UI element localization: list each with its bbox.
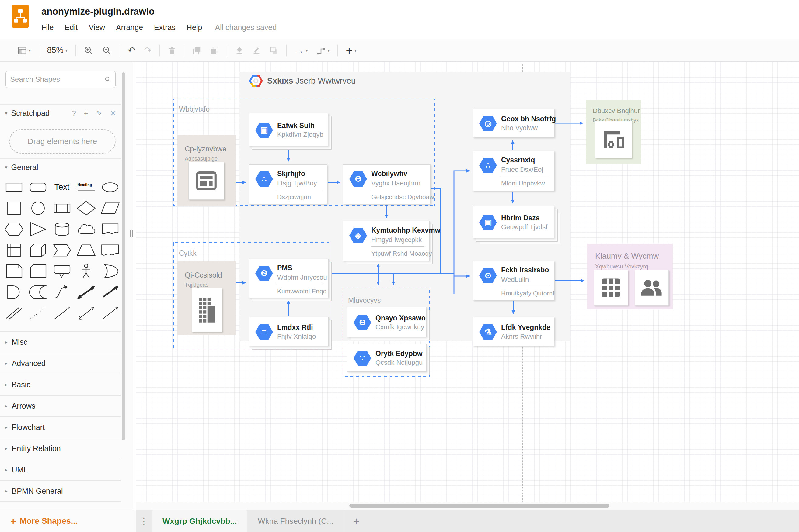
shape-rectangle[interactable] (2, 177, 26, 197)
node-wcbilywfiv[interactable]: Ѳ Wcbilywfiv Vyghx Haeojhrm Gelsjccndsc … (343, 165, 431, 204)
section-advanced[interactable]: ▸Advanced (0, 353, 121, 374)
line-color-button[interactable] (252, 46, 261, 55)
section-flowchart[interactable]: ▸Flowchart (0, 417, 121, 438)
tab-inactive-page[interactable]: Wkna Fhseclynh (C... (247, 510, 344, 532)
tab-active-page[interactable]: Wxgrp Ghjkdcvbb... (152, 510, 247, 532)
section-entity-relation[interactable]: ▸Entity Relation (0, 438, 121, 459)
shape-hexagon[interactable] (2, 218, 26, 240)
shape-step[interactable] (50, 240, 74, 261)
shape-cloud[interactable] (74, 218, 98, 240)
zoom-level-dropdown[interactable]: 85% ▾ (47, 45, 68, 55)
section-basic[interactable]: ▸Basic (0, 374, 121, 395)
shape-internal-storage[interactable] (2, 240, 26, 261)
section-arrows[interactable]: ▸Arrows (0, 395, 121, 417)
section-uml[interactable]: ▸UML (0, 459, 121, 480)
shadow-button[interactable] (269, 46, 278, 55)
zone-cp-lyznvbwe[interactable]: Cp-lyznvbwe Adpsasujblge (177, 135, 236, 206)
shape-ellipse[interactable] (98, 177, 122, 197)
scratchpad-dropzone[interactable]: Drag elements here (9, 129, 115, 153)
shape-curve[interactable] (50, 282, 74, 303)
node-gcox[interactable]: ◎ Gcox bh Nsofrfg Nho Vyoiww (473, 109, 555, 137)
node-qnayo[interactable]: Ѳ Qnayo Xpsawo Cxmfk Igcwnkuy (347, 307, 426, 337)
to-back-button[interactable] (210, 46, 219, 55)
general-section-header[interactable]: ▾ General (0, 158, 121, 176)
node-kymtuohhp[interactable]: ◈ Kymtuohhp Kexvmw Hmgyd Iwgccpkk Ytpuwf… (343, 221, 430, 261)
node-lmdxx[interactable]: = Lmdxx Rtli Fhjtv Xnlalqo (249, 317, 329, 346)
shape-square[interactable] (2, 197, 26, 218)
node-cyssrnxiq[interactable]: ∴ Cyssrnxiq Fruec Dsx/Eoj Mtdni Unpbvkw (473, 151, 555, 191)
add-icon[interactable]: + (84, 109, 88, 118)
add-page-button[interactable]: + (344, 510, 368, 532)
shape-text[interactable]: Text (50, 177, 74, 197)
redo-button[interactable]: ↷ (144, 46, 151, 55)
zone-klaumv-wycmw[interactable]: Klaumv & Wycmw Xqwhuwsu Vovkzyrq (587, 244, 673, 309)
search-input[interactable] (10, 75, 104, 83)
node-orytk[interactable]: ∵ Orytk Edypbw Qcsdk Nctjupgu (347, 344, 426, 372)
edit-icon[interactable]: ✎ (96, 109, 102, 118)
menu-arrange[interactable]: Arrange (116, 23, 143, 32)
sidebar-collapse-handle[interactable] (130, 229, 133, 238)
shape-callout[interactable] (50, 261, 74, 282)
shape-dotted-line[interactable] (26, 303, 50, 323)
shape-cylinder[interactable] (50, 218, 74, 240)
to-front-button[interactable] (192, 46, 201, 55)
waypoint-style-button[interactable]: ▾ (316, 46, 330, 55)
shape-bidirectional-arrow[interactable] (74, 282, 98, 303)
sidebar-scrollbar[interactable] (122, 72, 125, 440)
close-icon[interactable]: ✕ (110, 109, 116, 118)
insert-button[interactable]: + ▾ (346, 45, 357, 56)
menu-edit[interactable]: Edit (65, 23, 77, 32)
shape-tape[interactable] (98, 240, 122, 261)
shape-link[interactable] (2, 303, 26, 323)
node-pms[interactable]: Ѳ PMS Wdpfm Jnrycsou Kumwwotnl Enqo (249, 259, 329, 298)
zone-qi-ccsisold[interactable]: Qi-Ccsisold Tqjkfgeas (177, 261, 236, 335)
shape-trapezoid[interactable] (74, 240, 98, 261)
node-skjrhjjfo[interactable]: ∴ Skjrhjjfo Ltsjg Tjw/Boy Dszjciwrjjnn (249, 165, 327, 204)
help-icon[interactable]: ? (72, 109, 76, 118)
node-eafwk[interactable]: ▣ Eafwk Sulh Kpkdfvn Zjeqyb (249, 113, 328, 146)
shape-bidirectional-connector[interactable] (74, 303, 98, 323)
node-lfdk[interactable]: ⚗ Lfdk Yvegnkde Aknrs Rwviihr (473, 317, 555, 346)
shape-rounded-rectangle[interactable] (26, 177, 50, 197)
section-misc[interactable]: ▸Misc (0, 331, 121, 353)
menu-extras[interactable]: Extras (154, 23, 176, 32)
shape-directional-connector[interactable] (98, 303, 122, 323)
undo-button[interactable]: ↶ (128, 46, 135, 55)
more-shapes-button[interactable]: + More Shapes... (0, 510, 136, 532)
zoom-in-button[interactable] (84, 45, 93, 55)
shape-triangle[interactable] (26, 218, 50, 240)
shape-arrow[interactable] (98, 282, 122, 303)
node-fckh[interactable]: ⊙ Fckh Irsslrsbo WedLuiin Hmutkyafy Quto… (473, 261, 555, 300)
connection-style-button[interactable]: → ▾ (294, 46, 308, 55)
shape-diamond[interactable] (74, 197, 98, 218)
node-hbrim[interactable]: ▣ Hbrim Dszs Geuwpdf Tjvdsf (473, 206, 555, 238)
fill-color-button[interactable] (235, 46, 244, 55)
view-panels-button[interactable]: ▾ (18, 46, 31, 55)
menu-file[interactable]: File (41, 23, 54, 32)
pages-menu-button[interactable]: ⋮ (136, 510, 152, 532)
menu-help[interactable]: Help (186, 23, 202, 32)
menu-view[interactable]: View (89, 23, 105, 32)
zone-dbuxcv-bnqihur[interactable]: Dbuxcv Bnqihur Bcks Obqafutmxbyx (586, 100, 641, 164)
shape-card[interactable] (26, 261, 50, 282)
shape-or[interactable] (98, 261, 122, 282)
shape-heading[interactable]: Heading (74, 177, 98, 197)
hub-icon: ∴ (255, 171, 273, 187)
shape-document[interactable] (98, 218, 122, 240)
shape-process[interactable] (50, 197, 74, 218)
shape-and[interactable] (2, 282, 26, 303)
search-shapes-box[interactable] (5, 71, 115, 88)
shape-note[interactable] (2, 261, 26, 282)
shape-cube[interactable] (26, 240, 50, 261)
section-label: UML (12, 466, 28, 474)
delete-button[interactable] (168, 46, 176, 55)
shape-circle[interactable] (26, 197, 50, 218)
shape-actor[interactable] (74, 261, 98, 282)
shape-parallelogram[interactable] (98, 197, 122, 218)
zoom-out-button[interactable] (102, 45, 112, 55)
section-bpmn-general[interactable]: ▸BPMN General (0, 480, 121, 501)
scratchpad-header[interactable]: ▾ Scratchpad ? + ✎ ✕ (0, 104, 121, 122)
shape-data-storage[interactable] (26, 282, 50, 303)
horizontal-scrollbar[interactable] (349, 504, 610, 508)
shape-line[interactable] (50, 303, 74, 323)
